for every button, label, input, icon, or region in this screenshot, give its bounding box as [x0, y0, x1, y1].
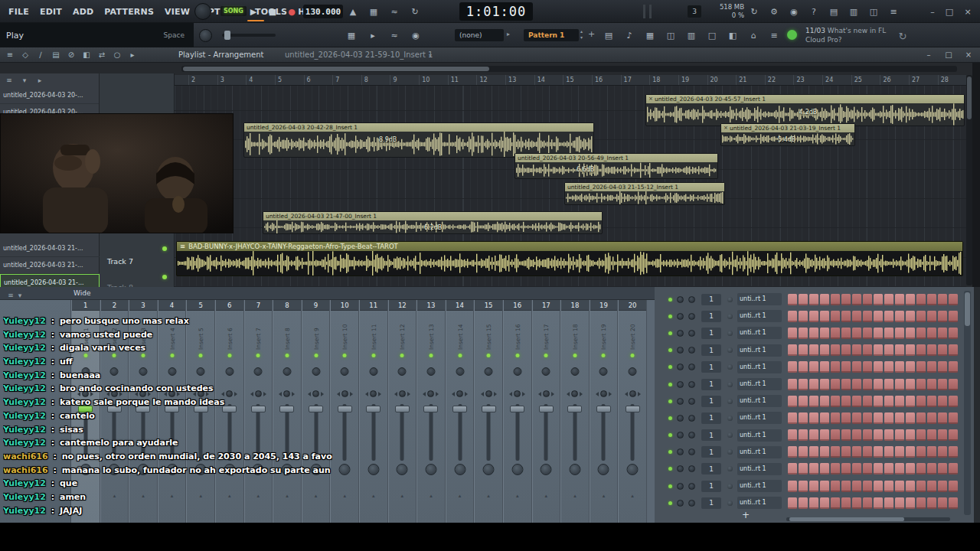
pan-knob[interactable]	[600, 390, 607, 397]
step-cell[interactable]	[949, 412, 958, 424]
menu-item[interactable]: EDIT	[34, 7, 67, 17]
mixer-strip-stereo-knob[interactable]	[195, 464, 207, 475]
mixer-strip-number[interactable]: 16	[504, 300, 531, 311]
step-cell[interactable]	[831, 446, 840, 458]
step-cell[interactable]	[906, 311, 915, 322]
pan-knob[interactable]	[139, 390, 146, 397]
main-volume-knob[interactable]	[199, 29, 212, 42]
channel-pan-knob[interactable]	[677, 415, 684, 422]
step-cell[interactable]	[927, 379, 936, 390]
step-cell[interactable]	[809, 361, 818, 373]
mixer-strip-knob[interactable]	[168, 367, 176, 376]
mixer-strip-led[interactable]	[227, 354, 231, 357]
pan-knob[interactable]	[427, 390, 434, 397]
step-cell[interactable]	[809, 463, 818, 474]
pan-knob[interactable]	[485, 390, 492, 397]
mixer-strip-led[interactable]	[602, 354, 606, 357]
audio-clip[interactable]: × untitled_2026-04-03 21-15-12_Insert 1	[564, 182, 725, 205]
mixer-strip-number[interactable]: 20	[619, 300, 646, 311]
step-cell[interactable]	[863, 311, 872, 322]
picker-item[interactable]: untitled_2026-04-03 21-...	[0, 257, 100, 274]
channel-enable-led[interactable]	[668, 298, 672, 302]
mixer-strip-knob[interactable]	[254, 367, 263, 376]
step-cell[interactable]	[884, 481, 893, 492]
mixer-strip-number[interactable]: 7	[245, 300, 273, 311]
graph-editor-icon[interactable]: ◧	[726, 28, 740, 42]
channel-mixer-target[interactable]: 1	[701, 497, 721, 509]
mixer-strip[interactable]: 13 Insert 13 ▴	[416, 300, 446, 523]
mixer-strip-stereo-knob[interactable]	[339, 464, 351, 475]
mixer-strip-fader[interactable]	[400, 404, 404, 461]
mixer-strip-pan[interactable]	[245, 390, 273, 397]
delete-tool-icon[interactable]: ⊘	[66, 48, 77, 61]
step-cell[interactable]	[799, 497, 808, 509]
step-cell[interactable]	[831, 328, 840, 339]
playlist-vertical-scrollbar[interactable]	[966, 75, 972, 285]
step-cell[interactable]	[788, 481, 797, 492]
step-cell[interactable]	[820, 412, 829, 424]
mixer-strip-stereo-knob[interactable]	[454, 464, 466, 475]
fader-handle[interactable]	[452, 406, 467, 412]
mixer-strip-number[interactable]: 1	[72, 300, 100, 311]
step-cell[interactable]	[863, 412, 872, 424]
step-cell[interactable]	[863, 361, 872, 373]
channel-enable-led[interactable]	[668, 467, 672, 471]
fader-handle[interactable]	[596, 406, 611, 412]
step-cell[interactable]	[938, 497, 947, 509]
plugin-picker-icon[interactable]: □	[705, 28, 719, 42]
fader-handle[interactable]	[510, 406, 524, 412]
step-cell[interactable]	[831, 497, 840, 509]
channel-pan-knob[interactable]	[677, 432, 684, 439]
fader-handle[interactable]	[107, 406, 122, 412]
mixer-strip-led[interactable]	[429, 354, 433, 357]
menu-item[interactable]: VIEW	[159, 7, 195, 17]
channel-mixer-target[interactable]: 1	[701, 361, 721, 373]
audio-clip[interactable]: × untitled_2026-04-03 20-45-57_Insert 1 …	[645, 94, 965, 126]
mixer-strip-name[interactable]: Insert 12	[399, 313, 406, 350]
channel-name-button[interactable]: unti..rt 1	[737, 463, 782, 475]
channel-row[interactable]: 1 unti..rt 1	[655, 478, 980, 494]
step-cell[interactable]	[863, 294, 872, 305]
mixer-strip-stereo-knob[interactable]	[425, 464, 436, 475]
step-cell[interactable]	[809, 294, 818, 305]
step-cell[interactable]	[799, 412, 808, 424]
channel-mixer-target[interactable]: 1	[701, 429, 721, 441]
mixer-strip-fader[interactable]	[487, 404, 491, 461]
channel-row[interactable]: 1 unti..rt 1	[655, 409, 980, 426]
mixer-strip-stereo-knob[interactable]	[569, 464, 580, 475]
step-cell[interactable]	[916, 463, 926, 474]
mixer-strip-knob[interactable]	[629, 367, 637, 376]
step-cell[interactable]	[799, 361, 808, 373]
rack-horizontal-scrollbar[interactable]	[786, 517, 950, 521]
mixer-strip-pan[interactable]	[417, 390, 445, 397]
step-cell[interactable]	[831, 361, 840, 373]
step-cell[interactable]	[874, 396, 883, 407]
step-cell[interactable]	[906, 446, 915, 458]
step-cell[interactable]	[884, 361, 893, 373]
step-cell[interactable]	[874, 328, 883, 339]
channel-name-button[interactable]: unti..rt 1	[737, 344, 782, 357]
mixer-strip[interactable]: 9 Insert 9 ▴	[302, 300, 331, 523]
mixer-strip-pan[interactable]	[389, 390, 416, 397]
mixer-strip-fader[interactable]	[544, 404, 548, 461]
step-cell[interactable]	[863, 446, 872, 458]
mixer-strip-led[interactable]	[544, 354, 548, 357]
step-cell[interactable]	[949, 481, 958, 492]
step-cell[interactable]	[788, 497, 797, 509]
zoom-tool-icon[interactable]: ○	[112, 48, 122, 61]
channel-row[interactable]: 1 unti..rt 1	[655, 427, 980, 444]
mixer-strip-pan[interactable]	[187, 390, 214, 397]
mixer-strip-number[interactable]: 5	[187, 300, 214, 311]
metronome-icon[interactable]: ▲	[346, 5, 360, 18]
step-cell[interactable]	[949, 311, 958, 322]
mixer-strip-led[interactable]	[314, 354, 318, 357]
step-cell[interactable]	[927, 497, 936, 509]
mixer-strip-pan[interactable]	[504, 390, 531, 397]
pan-knob[interactable]	[370, 390, 377, 397]
mixer-strip-led[interactable]	[199, 354, 203, 357]
step-cell[interactable]	[820, 396, 829, 407]
paint-tool-icon[interactable]: ▤	[51, 48, 61, 61]
channel-row[interactable]: 1 unti..rt 1	[655, 494, 980, 511]
step-cell[interactable]	[820, 328, 829, 339]
fader-handle[interactable]	[482, 406, 496, 412]
